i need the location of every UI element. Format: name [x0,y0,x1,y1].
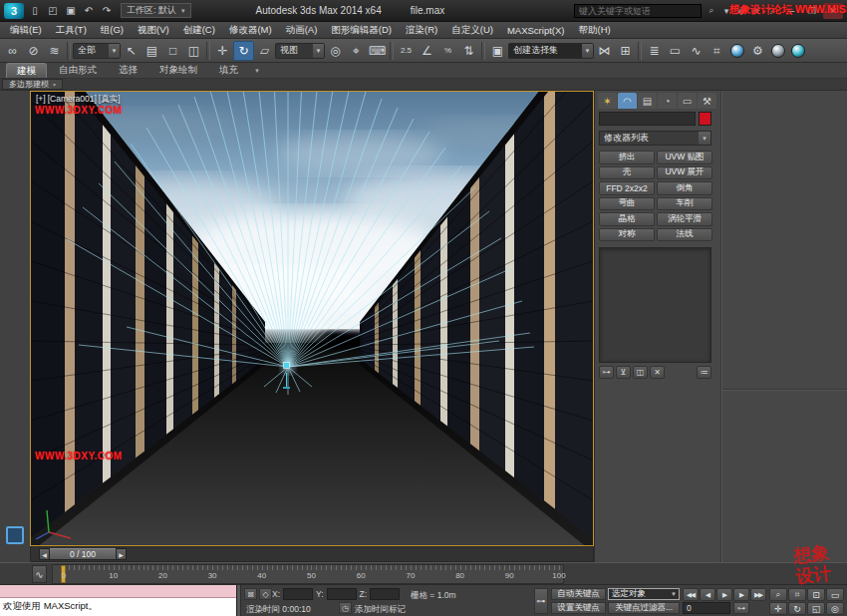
select-object-icon[interactable]: ↖ [121,41,141,61]
menu-item-12[interactable]: 帮助(H) [571,22,617,38]
camera-viewport[interactable]: [+] [Camera001] [真实] WWW.3DXY.COM WWW.3D… [30,91,594,546]
reference-coordinate-dropdown[interactable]: 视图 [275,43,325,59]
auto-key-button[interactable]: 自动关键点 [551,588,606,600]
edit-named-selection-sets-icon[interactable]: ▣ [487,41,508,61]
zoom-icon[interactable]: ⌕ [769,588,787,601]
modifier-button-6[interactable]: 倒角 [657,181,712,195]
spinner-snap-icon[interactable]: ⇅ [458,41,479,61]
rendered-frame-window-icon[interactable] [771,44,785,58]
polygon-modeling-tab[interactable]: 多边形建模 [2,79,63,90]
absolute-offset-toggle[interactable]: ◇ [259,588,272,600]
mini-curve-editor-button[interactable]: ∿ [32,565,47,583]
angle-snap-icon[interactable]: ∠ [417,41,437,61]
modifier-button-1[interactable]: 挤出 [599,151,655,164]
current-frame-field[interactable]: 0 [683,602,730,614]
render-setup-icon[interactable]: ⚙ [747,41,768,61]
3ds-max-logo[interactable]: 3 [4,3,24,19]
time-slider-next-arrow[interactable]: ▶ [116,548,127,560]
zoom-all-icon[interactable]: ⌗ [788,588,806,601]
display-tab[interactable]: ▭ [678,93,697,109]
bind-to-space-warp-icon[interactable]: ≋ [44,41,65,61]
modify-tab[interactable]: ◠ [618,93,637,109]
menu-item-9[interactable]: 渲染(R) [399,22,444,38]
keyboard-shortcut-override-icon[interactable]: ⌨ [367,41,388,61]
ribbon-tab-2[interactable]: 自由形式 [49,63,107,78]
remove-modifier-icon[interactable]: ✕ [650,366,665,379]
new-scene-icon[interactable]: ▯ [27,3,43,19]
play-button[interactable]: ▶ [716,588,732,601]
object-color-swatch[interactable] [699,112,711,126]
modifier-button-9[interactable]: 晶格 [599,212,655,226]
key-filters-button[interactable]: 关键点过滤器... [608,602,680,614]
coordinate-x-field[interactable] [283,588,313,600]
graphite-ribbon-toggle-icon[interactable]: ▭ [665,41,686,61]
infocenter-search-input[interactable] [575,6,701,16]
save-file-icon[interactable]: ▣ [63,3,79,19]
menu-item-5[interactable]: 创建(C) [176,22,222,38]
maximize-viewport-icon[interactable]: ◱ [807,602,825,615]
menu-item-4[interactable]: 视图(V) [131,22,176,38]
ribbon-tab-5[interactable]: 填充 [209,63,248,78]
select-and-scale-icon[interactable]: ▱ [254,41,275,61]
workspace-dropdown[interactable]: 工作区: 默认 [121,3,191,18]
schematic-view-icon[interactable]: ⌗ [706,41,727,61]
time-slider-handle[interactable]: 0 / 100 [50,548,116,560]
macro-recorder-pane[interactable] [0,585,236,598]
set-key-button[interactable]: ⊶ [534,588,548,614]
object-name-field[interactable] [599,112,696,126]
motion-tab[interactable]: ◔ [658,93,677,109]
redo-icon[interactable]: ↷ [99,3,115,19]
select-and-manipulate-icon[interactable]: ⌖ [346,41,367,61]
ribbon-tab-4[interactable]: 对象绘制 [149,63,207,78]
mirror-icon[interactable]: ⋈ [594,41,615,61]
modifier-button-12[interactable]: 法线 [657,228,712,242]
modifier-button-2[interactable]: UVW 贴图 [657,151,712,164]
select-and-move-icon[interactable]: ✛ [212,41,233,61]
selection-lock-toggle[interactable]: ⊠ [244,588,257,600]
manage-layers-icon[interactable]: ≣ [644,41,665,61]
make-unique-icon[interactable]: ◫ [633,366,648,379]
modifier-button-7[interactable]: 弯曲 [599,197,655,211]
align-icon[interactable]: ⊞ [615,41,636,61]
menu-item-11[interactable]: MAXScript(X) [500,22,572,38]
key-mode-toggle[interactable]: ⊶ [733,602,749,614]
time-slider[interactable]: ◀ 0 / 100 ▶ [30,546,594,562]
utilities-tab[interactable]: ⚒ [698,93,716,109]
orbit-icon[interactable]: ↻ [788,602,806,615]
use-pivot-point-center-icon[interactable]: ◎ [325,41,346,61]
pin-stack-icon[interactable]: ⊶ [599,366,614,379]
modifier-button-4[interactable]: UVW 展开 [657,166,712,180]
modifier-button-3[interactable]: 壳 [599,166,655,180]
menu-item-7[interactable]: 动画(A) [279,22,325,38]
pan-icon[interactable]: ✛ [769,602,787,615]
window-crossing-icon[interactable]: ◫ [183,41,204,61]
zoom-extents-icon[interactable]: ⊡ [807,588,825,601]
material-editor-icon[interactable] [730,44,744,58]
ribbon-overflow-icon[interactable]: ▾ [250,64,264,78]
add-time-tag[interactable]: 添加时间标记 [355,604,406,616]
menu-item-1[interactable]: 编辑(E) [3,22,49,38]
modifier-list-dropdown[interactable]: 修改器列表 [599,131,711,146]
modifier-button-5[interactable]: FFD 2x2x2 [599,181,655,195]
select-and-link-icon[interactable]: ∞ [2,41,23,61]
menu-item-10[interactable]: 自定义(U) [444,22,500,38]
set-keys-button[interactable]: 设置关键点 [551,602,606,614]
go-to-end-button[interactable]: ▶▶ [750,588,766,601]
time-slider-prev-arrow[interactable]: ◀ [39,548,50,560]
menu-item-6[interactable]: 修改器(M) [222,22,279,38]
ribbon-tab-1[interactable]: 建模 [6,63,47,78]
modifier-button-10[interactable]: 涡轮平滑 [657,212,712,226]
configure-modifier-sets-icon[interactable]: ≔ [697,366,711,379]
hierarchy-tab[interactable]: ▤ [638,93,657,109]
previous-frame-button[interactable]: ◀ [700,588,715,601]
open-file-icon[interactable]: ◰ [45,3,61,19]
coordinate-y-field[interactable] [327,588,357,600]
time-tag-clock-icon[interactable]: ◷ [339,602,352,614]
menu-item-3[interactable]: 组(G) [94,22,131,38]
go-to-start-button[interactable]: ◀◀ [683,588,699,601]
undo-icon[interactable]: ↶ [81,3,97,19]
snap-toggle-icon[interactable]: 2.5 [396,41,417,61]
menu-item-8[interactable]: 图形编辑器(D) [324,22,399,38]
select-by-name-icon[interactable]: ▤ [141,41,162,61]
render-production-icon[interactable] [791,44,805,58]
